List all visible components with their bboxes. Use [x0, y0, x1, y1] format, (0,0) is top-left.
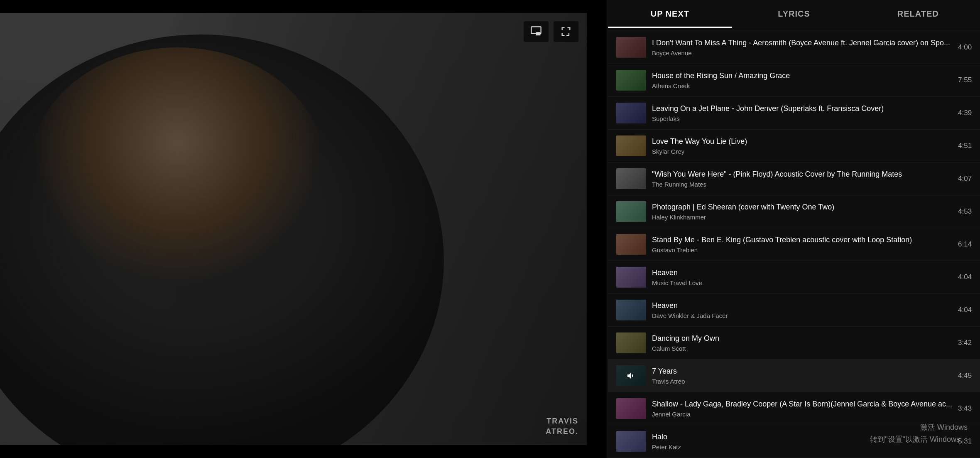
thumbnail-image — [616, 234, 646, 255]
watermark: TRAVIS ATREO. — [546, 416, 578, 437]
queue-item[interactable]: Shallow - Lady Gaga, Bradley Cooper (A S… — [608, 392, 980, 425]
fullscreen-button[interactable] — [554, 21, 578, 42]
queue-item-artist: Athens Creek — [652, 82, 952, 89]
queue-item[interactable]: HeavenMusic Travel Love4:04 — [608, 261, 980, 294]
queue-item-info: HeavenDave Winkler & Jada Facer — [652, 301, 952, 319]
svg-rect-1 — [536, 32, 541, 35]
queue-item[interactable]: HeavenDave Winkler & Jada Facer4:04 — [608, 294, 980, 327]
queue-item[interactable]: Let It Be - The Beatles (Matt Hylom acou… — [608, 28, 980, 31]
queue-item-title: Heaven — [652, 301, 952, 310]
queue-item[interactable]: Dancing on My OwnCalum Scott3:42 — [608, 327, 980, 360]
queue-item-title: I Don't Want To Miss A Thing - Aerosmith… — [652, 38, 952, 48]
main-container: TRAVIS ATREO. UP NEXT LYRICS RELATED Can… — [0, 0, 774, 458]
queue-item-artist: The Running Mates — [652, 181, 952, 188]
miniplayer-button[interactable] — [524, 21, 549, 42]
thumbnail — [616, 103, 646, 123]
queue-item[interactable]: Stand By Me - Ben E. King (Gustavo Trebi… — [608, 228, 980, 261]
queue-item-duration: 4:04 — [958, 306, 972, 314]
tab-lyrics[interactable]: LYRICS — [732, 0, 856, 28]
queue-item-duration: 4:00 — [958, 43, 972, 52]
queue-item-artist: Dave Winkler & Jada Facer — [652, 312, 952, 319]
queue-item-artist: Travis Atreo — [652, 378, 952, 385]
thumbnail — [616, 365, 646, 386]
thumbnail — [616, 431, 646, 452]
queue-item[interactable]: HaloPeter Katz5:31 — [608, 425, 980, 458]
queue-item-title: Shallow - Lady Gaga, Bradley Cooper (A S… — [652, 399, 952, 409]
queue-item-title: "Wish You Were Here" - (Pink Floyd) Acou… — [652, 170, 952, 179]
queue-item-title: Leaving On a Jet Plane - John Denver (Su… — [652, 104, 952, 113]
queue-item[interactable]: I Don't Want To Miss A Thing - Aerosmith… — [608, 31, 980, 64]
video-overlay-controls — [524, 21, 578, 42]
queue-list[interactable]: Can't Help Falling In Love With YouTravi… — [608, 28, 980, 458]
thumbnail — [616, 37, 646, 58]
queue-item-info: 7 YearsTravis Atreo — [652, 367, 952, 385]
queue-item[interactable]: House of the Rising Sun / Amazing GraceA… — [608, 64, 980, 97]
thumbnail-image — [616, 365, 646, 386]
thumbnail-image — [616, 70, 646, 91]
thumbnail — [616, 70, 646, 91]
queue-item-artist: Calum Scott — [652, 345, 952, 352]
queue-item-info: HeavenMusic Travel Love — [652, 268, 952, 286]
video-background — [0, 13, 587, 445]
queue-item[interactable]: Photograph | Ed Sheeran (cover with Twen… — [608, 195, 980, 228]
queue-item-artist: Jennel Garcia — [652, 411, 952, 418]
queue-item[interactable]: Leaving On a Jet Plane - John Denver (Su… — [608, 97, 980, 130]
queue-item[interactable]: "Wish You Were Here" - (Pink Floyd) Acou… — [608, 163, 980, 195]
queue-item-artist: Peter Katz — [652, 443, 952, 451]
thumbnail-image — [616, 431, 646, 452]
queue-item-title: Stand By Me - Ben E. King (Gustavo Trebi… — [652, 235, 952, 245]
thumbnail-image — [616, 267, 646, 288]
thumbnail-image — [616, 332, 646, 353]
sidebar: UP NEXT LYRICS RELATED Can't Help Fallin… — [608, 0, 980, 458]
queue-item-title: Photograph | Ed Sheeran (cover with Twen… — [652, 202, 952, 212]
queue-item-artist: Superlaks — [652, 115, 952, 122]
thumbnail — [616, 332, 646, 353]
sidebar-tabs: UP NEXT LYRICS RELATED — [608, 0, 980, 28]
thumbnail — [616, 201, 646, 222]
queue-item-title: Dancing on My Own — [652, 334, 952, 343]
thumbnail-image — [616, 103, 646, 123]
speaker-icon — [616, 365, 646, 386]
queue-item-artist: Gustavo Trebien — [652, 246, 952, 254]
thumbnail-image — [616, 201, 646, 222]
queue-item-duration: 5:31 — [958, 437, 972, 446]
thumbnail — [616, 234, 646, 255]
queue-item-duration: 4:39 — [958, 109, 972, 117]
thumbnail — [616, 267, 646, 288]
queue-item-title: 7 Years — [652, 367, 952, 376]
queue-item-title: Love The Way You Lie (Live) — [652, 137, 952, 146]
queue-item-duration: 4:04 — [958, 273, 972, 281]
queue-item-info: Photograph | Ed Sheeran (cover with Twen… — [652, 202, 952, 221]
queue-item-title: Heaven — [652, 268, 952, 278]
tab-up-next[interactable]: UP NEXT — [608, 0, 732, 28]
queue-item-info: Shallow - Lady Gaga, Bradley Cooper (A S… — [652, 399, 952, 418]
queue-item-duration: 4:51 — [958, 142, 972, 150]
thumbnail-image — [616, 37, 646, 58]
queue-item-info: House of the Rising Sun / Amazing GraceA… — [652, 71, 952, 89]
thumbnail — [616, 398, 646, 419]
queue-item-title: Halo — [652, 432, 952, 442]
queue-item-artist: Haley Klinkhammer — [652, 214, 952, 221]
queue-item[interactable]: Love The Way You Lie (Live)Skylar Grey4:… — [608, 130, 980, 163]
queue-item-duration: 3:42 — [958, 339, 972, 347]
thumbnail — [616, 300, 646, 320]
queue-item-duration: 4:07 — [958, 175, 972, 183]
video-section: TRAVIS ATREO. — [0, 0, 608, 458]
queue-item-title: House of the Rising Sun / Amazing Grace — [652, 71, 952, 81]
thumbnail-image — [616, 135, 646, 156]
video-wrapper: TRAVIS ATREO. — [0, 13, 587, 445]
queue-item[interactable]: 7 YearsTravis Atreo4:45 — [608, 360, 980, 392]
queue-item-info: "Wish You Were Here" - (Pink Floyd) Acou… — [652, 170, 952, 188]
queue-item-artist: Boyce Avenue — [652, 49, 952, 57]
queue-item-info: Leaving On a Jet Plane - John Denver (Su… — [652, 104, 952, 122]
queue-item-info: I Don't Want To Miss A Thing - Aerosmith… — [652, 38, 952, 57]
queue-item-info: Stand By Me - Ben E. King (Gustavo Trebi… — [652, 235, 952, 254]
queue-item-artist: Music Travel Love — [652, 279, 952, 286]
queue-item-duration: 3:43 — [958, 404, 972, 413]
tab-related[interactable]: RELATED — [856, 0, 980, 28]
thumbnail-image — [616, 300, 646, 320]
queue-item-duration: 4:53 — [958, 207, 972, 216]
thumbnail-image — [616, 168, 646, 189]
thumbnail-image — [616, 398, 646, 419]
queue-item-artist: Skylar Grey — [652, 148, 952, 155]
